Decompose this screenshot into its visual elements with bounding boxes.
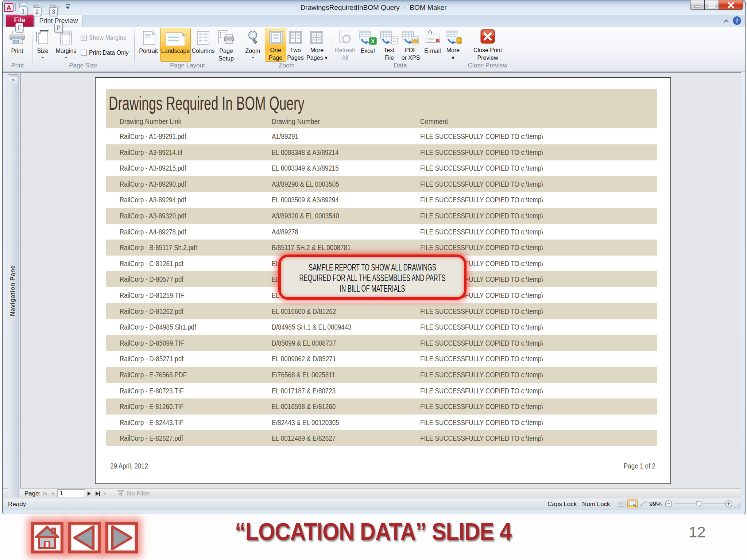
svg-text:A: A <box>6 4 11 12</box>
svg-text:X: X <box>371 38 375 44</box>
svg-text:?: ? <box>735 17 739 24</box>
